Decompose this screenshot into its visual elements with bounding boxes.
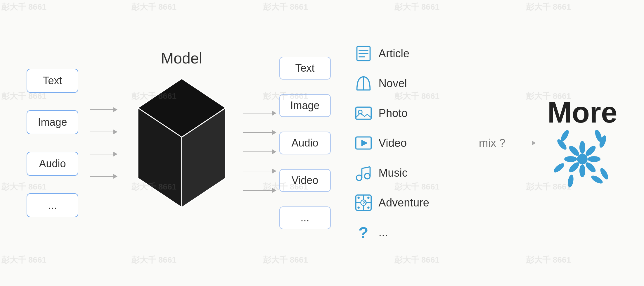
arrow-line — [243, 190, 272, 191]
content-type-more: ? ... — [354, 223, 429, 242]
output-box-video: Video — [279, 169, 331, 192]
adventure-icon: ✕ — [354, 193, 373, 212]
input-label-text: Text — [43, 75, 62, 87]
input-section: Text Image Audio ... — [27, 69, 78, 217]
article-icon — [354, 44, 373, 63]
svg-point-14 — [364, 173, 370, 179]
arrow-line — [243, 171, 272, 171]
arrow-text-to-cube — [90, 107, 117, 112]
arrow-dots-to-cube — [90, 174, 117, 179]
svg-point-13 — [356, 175, 362, 181]
content-type-photo: Photo — [354, 104, 429, 123]
mix-arrow-right — [514, 141, 536, 145]
svg-point-42 — [567, 174, 574, 188]
arrows-right — [243, 111, 276, 193]
svg-point-40 — [553, 162, 566, 174]
input-box-dots: ... — [27, 193, 78, 217]
svg-point-29 — [577, 154, 588, 164]
svg-point-34 — [579, 164, 585, 177]
model-cube: Model — [132, 70, 231, 216]
article-label: Article — [379, 47, 410, 60]
snowflake-decoration — [553, 130, 612, 188]
photo-label: Photo — [379, 107, 408, 120]
arrow-line — [447, 143, 470, 143]
arrow-head — [272, 188, 276, 193]
svg-marker-12 — [361, 140, 368, 147]
content-type-article: Article — [354, 44, 429, 63]
cube-svg — [132, 70, 231, 216]
content-types-section: Article Novel Photo — [354, 44, 429, 242]
video-label: Video — [379, 137, 407, 149]
model-label: Model — [161, 49, 202, 67]
arrow-line — [514, 143, 532, 143]
content-type-music: Music — [354, 163, 429, 182]
svg-point-25 — [367, 197, 370, 199]
content-type-adventure: ✕ Adventure — [354, 193, 429, 212]
arrows-left — [90, 107, 117, 179]
output-box-image: Image — [279, 94, 331, 117]
more-dots-label: ... — [379, 226, 388, 239]
mix-section: mix ? — [447, 137, 536, 149]
arrow-image-to-cube — [90, 130, 117, 134]
arrow-line — [243, 132, 272, 133]
arrow-cube-to-video — [243, 169, 276, 173]
svg-point-27 — [367, 206, 370, 209]
mix-label: mix ? — [479, 137, 505, 149]
svg-point-32 — [588, 156, 600, 162]
arrow-cube-to-dots — [243, 188, 276, 193]
output-section: Text Image Audio Video ... — [279, 57, 331, 229]
input-box-text: Text — [27, 69, 78, 93]
svg-point-36 — [564, 156, 577, 162]
svg-point-43 — [590, 174, 604, 185]
output-label-video: Video — [292, 174, 318, 186]
arrow-line — [243, 151, 272, 152]
arrow-head — [272, 149, 276, 154]
output-label-text: Text — [295, 62, 315, 74]
video-icon — [354, 134, 373, 152]
svg-line-17 — [362, 167, 370, 168]
arrow-line — [90, 132, 113, 132]
input-label-image: Image — [38, 116, 67, 128]
adventure-label: Adventure — [379, 197, 429, 209]
novel-label: Novel — [379, 77, 407, 90]
svg-point-24 — [357, 197, 360, 199]
input-label-dots: ... — [48, 199, 57, 211]
input-label-audio: Audio — [39, 158, 66, 170]
arrow-head — [272, 169, 276, 173]
music-icon — [354, 163, 373, 182]
novel-icon — [354, 74, 373, 93]
svg-point-41 — [599, 167, 610, 180]
arrow-line — [90, 109, 113, 110]
arrow-head — [113, 152, 117, 156]
arrow-head — [272, 130, 276, 135]
photo-icon — [354, 104, 373, 123]
music-label: Music — [379, 167, 408, 179]
content-type-video: Video — [354, 134, 429, 152]
arrow-head — [532, 141, 536, 145]
output-label-image: Image — [290, 99, 320, 111]
arrow-cube-to-image — [243, 130, 276, 135]
arrow-cube-to-audio — [243, 149, 276, 154]
input-box-image: Image — [27, 110, 78, 134]
arrow-cube-to-text — [243, 111, 276, 116]
input-box-audio: Audio — [27, 152, 78, 176]
output-label-audio: Audio — [292, 137, 318, 149]
output-box-text: Text — [279, 57, 331, 80]
arrow-audio-to-cube — [90, 152, 117, 156]
arrow-line — [243, 113, 272, 113]
output-box-audio: Audio — [279, 132, 331, 154]
svg-point-26 — [357, 206, 360, 209]
output-box-dots: ... — [279, 206, 331, 229]
mix-arrow-left — [447, 143, 470, 143]
arrow-head — [113, 174, 117, 179]
svg-text:✕: ✕ — [362, 200, 366, 205]
more-title: More — [548, 98, 617, 127]
content-type-novel: Novel — [354, 74, 429, 93]
more-section: More — [548, 98, 617, 188]
arrow-line — [90, 176, 113, 177]
arrow-head — [113, 107, 117, 112]
svg-point-30 — [579, 141, 585, 154]
output-label-dots: ... — [301, 212, 309, 224]
arrow-head — [272, 111, 276, 116]
arrow-line — [90, 154, 113, 154]
